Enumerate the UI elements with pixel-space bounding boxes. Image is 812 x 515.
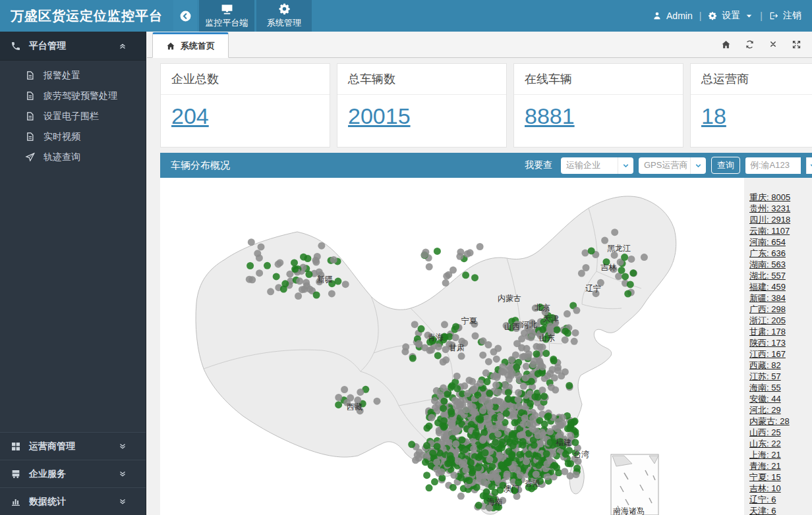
province-count-link[interactable]: 内蒙古: 28 [749,416,810,427]
province-count-link[interactable]: 福建: 459 [749,281,810,292]
header-nav-monitor-platform[interactable]: 监控平台端 [199,0,254,32]
province-count-link[interactable]: 新疆: 384 [749,292,810,304]
plate-number-input[interactable]: 例:渝A123 [745,157,801,174]
bus-icon [11,469,21,479]
province-count-link[interactable]: 山西: 25 [749,427,810,438]
sidebar-section-label: 数据统计 [29,496,118,508]
province-count-link[interactable]: 河北: 29 [749,404,810,416]
province-count-link[interactable]: 青海: 21 [749,460,810,472]
province-count-link[interactable]: 重庆: 8005 [749,192,810,203]
map-province-label: 北京 [535,303,550,312]
province-count-link[interactable]: 贵州: 3231 [749,203,810,214]
province-count-link[interactable]: 安徽: 44 [749,393,810,404]
home-icon [166,41,175,51]
plate-select-chevron[interactable] [806,157,812,174]
tab-label: 系统首页 [181,40,215,52]
map-province-label: 台湾 [573,450,589,459]
sidebar-section-0[interactable]: 平台管理 [0,32,146,61]
province-count-link[interactable]: 江苏: 57 [749,371,810,382]
sidebar-section-2[interactable]: 企业服务 [0,460,146,487]
province-count-link[interactable]: 辽宁: 6 [749,494,810,505]
sidebar: 平台管理报警处置疲劳驾驶预警处理设置电子围栏实时视频轨迹查询运营商管理企业服务数… [0,32,146,515]
sidebar-item[interactable]: 报警处置 [0,65,146,86]
stat-card: 在线车辆8881 [513,63,683,148]
map-province-label: 辽宁 [585,284,601,293]
sidebar-item[interactable]: 实时视频 [0,126,146,147]
province-count-link[interactable]: 宁夏: 15 [749,472,810,483]
map-province-label: 宁夏 [461,316,477,325]
panel-title: 车辆分布概况 [171,159,230,172]
gps-operator-select[interactable]: GPS运营商 [639,157,706,174]
stat-card-value[interactable]: 18 [701,103,726,129]
admin-menu[interactable]: Admin [652,11,693,21]
province-count-link[interactable]: 甘肃: 178 [749,326,810,337]
south-china-sea-inset-label: 南海诸岛 [613,506,645,515]
close-tab-button[interactable] [768,40,778,49]
logout-button[interactable]: 注销 [769,10,801,22]
stat-card-value[interactable]: 204 [171,103,209,129]
province-count-link[interactable]: 广西: 298 [749,304,810,315]
sidebar-item[interactable]: 轨迹查询 [0,147,146,167]
province-count-link[interactable]: 广东: 636 [749,248,810,259]
map-province-label: 山东 [539,333,555,342]
province-count-link[interactable]: 云南: 1107 [749,225,810,236]
china-map[interactable]: 新疆青海甘肃西藏内蒙古宁夏黑龙江吉林辽宁北京天津河北山西山东福建台湾香港澳门海南… [160,178,744,515]
map-province-label: 黑龙江 [607,244,631,253]
tab-bar: 系统首页 [147,32,812,58]
caret-down-icon [745,12,753,20]
sidebar-item[interactable]: 设置电子围栏 [0,106,146,126]
panel-search-controls: 我要查 运输企业 GPS运营商 查询 例:渝A123 [525,157,812,174]
header-nav-system-management[interactable]: 系统管理 [256,0,312,32]
province-count-link[interactable]: 上海: 21 [749,449,810,460]
header-divider: | [760,11,763,21]
doc-icon [25,91,35,101]
map-province-label: 西藏 [347,402,362,412]
doc-icon [25,70,35,80]
panel-header: 车辆分布概况 我要查 运输企业 GPS运营商 查询 例:渝A123 [160,153,812,178]
stat-card-value[interactable]: 8881 [525,103,575,129]
map-province-label: 天津 [543,314,559,323]
sidebar-collapse-button[interactable] [173,0,197,32]
province-count-link[interactable]: 浙江: 205 [749,315,810,326]
map-province-label: 海南 [487,497,503,506]
province-count-link[interactable]: 西藏: 82 [749,360,810,371]
province-count-link[interactable]: 四川: 2918 [749,214,810,225]
doc-icon [25,132,35,142]
province-count-link[interactable]: 江西: 167 [749,348,810,360]
fullscreen-button[interactable] [792,40,801,49]
angle-double-up-icon [118,41,127,51]
sidebar-spacer [0,167,146,432]
stat-card-value[interactable]: 20015 [348,103,411,129]
search-label: 我要查 [525,159,552,171]
map-province-label: 福建 [555,438,571,447]
vehicle-distribution-panel: 车辆分布概况 我要查 运输企业 GPS运营商 查询 例:渝A123 [160,153,812,515]
province-count-link[interactable]: 湖北: 557 [749,270,810,281]
refresh-button[interactable] [745,40,755,49]
province-count-link[interactable]: 海南: 55 [749,382,810,393]
tab-system-home[interactable]: 系统首页 [152,32,229,58]
sidebar-item[interactable]: 疲劳驾驶预警处理 [0,86,146,106]
angle-double-down-icon [118,470,127,479]
transport-company-select[interactable]: 运输企业 [561,157,633,174]
query-button[interactable]: 查询 [711,157,740,174]
chevron-down-icon [809,161,812,170]
header-divider: | [699,11,702,21]
header-nav-label: 监控平台端 [206,17,248,29]
province-count-link[interactable]: 陕西: 173 [749,337,810,348]
header-spacer [312,0,652,32]
header-nav: 监控平台端系统管理 [197,0,312,32]
province-count-link[interactable]: 吉林: 10 [749,483,810,494]
home-button[interactable] [721,40,731,49]
province-count-link[interactable]: 天津: 6 [749,505,810,515]
province-count-link[interactable]: 山东: 22 [749,438,810,449]
sidebar-section-3[interactable]: 数据统计 [0,487,146,515]
user-name: Admin [666,11,693,21]
paper-plane-icon [25,152,35,162]
gear-icon [277,3,291,15]
sidebar-item-label: 设置电子围栏 [44,111,99,122]
map-province-label: 甘肃 [449,343,465,352]
sidebar-section-1[interactable]: 运营商管理 [0,432,146,460]
province-count-link[interactable]: 河南: 654 [749,236,810,248]
settings-menu[interactable]: 设置 [708,10,753,22]
province-count-link[interactable]: 湖南: 563 [749,259,810,270]
